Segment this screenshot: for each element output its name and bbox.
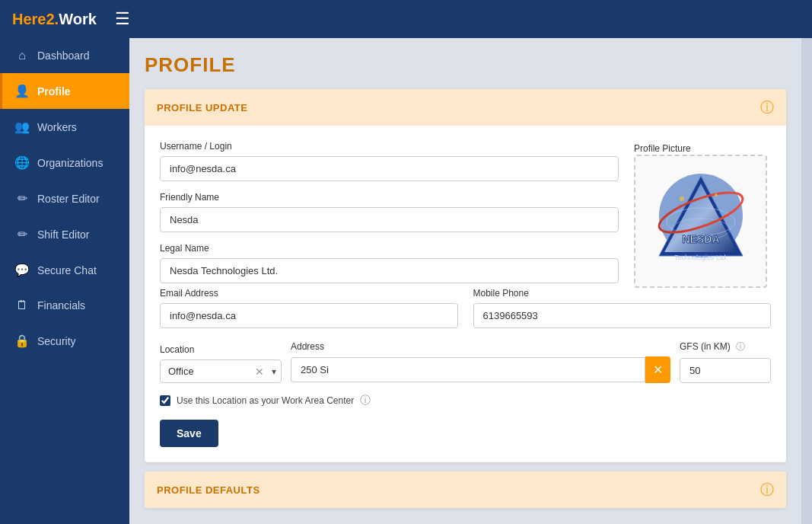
location-label: Location <box>160 344 282 355</box>
profile-fields: Username / Login Friendly Name Legal Nam… <box>160 141 619 288</box>
work-area-checkbox[interactable] <box>160 395 170 406</box>
username-input[interactable] <box>160 156 619 181</box>
work-area-label: Use this Location as your Work Area Cent… <box>177 395 354 406</box>
workers-icon: 👥 <box>14 120 30 134</box>
email-input[interactable] <box>160 303 458 328</box>
security-icon: 🔒 <box>14 334 30 348</box>
mobile-field-group: Mobile Phone <box>473 288 772 328</box>
mobile-input[interactable] <box>473 303 772 328</box>
save-button[interactable]: Save <box>160 420 218 447</box>
location-select[interactable]: Office <box>161 360 252 382</box>
sidebar-item-profile[interactable]: 👤 Profile <box>0 73 129 109</box>
location-address-row: Location Office ✕ ▾ Address <box>160 340 771 383</box>
friendly-name-input[interactable] <box>160 207 619 232</box>
svg-point-7 <box>715 193 718 196</box>
profile-defaults-title: PROFILE DEFAULTS <box>157 484 260 496</box>
profile-defaults-header: PROFILE DEFAULTS ⓘ <box>145 471 786 508</box>
profile-update-header: PROFILE UPDATE ⓘ <box>145 89 786 126</box>
top-nav: Here2.Work ☰ <box>0 0 812 38</box>
address-label: Address <box>291 341 670 352</box>
email-field-group: Email Address <box>160 288 458 328</box>
sidebar-item-financials[interactable]: 🗒 Financials <box>0 288 129 323</box>
legal-name-label: Legal Name <box>160 243 619 254</box>
friendly-name-field-group: Friendly Name <box>160 192 619 232</box>
svg-text:NESDA: NESDA <box>682 233 719 245</box>
friendly-name-label: Friendly Name <box>160 192 619 203</box>
sidebar-item-security[interactable]: 🔒 Security <box>0 323 129 359</box>
page-title: PROFILE <box>145 53 786 77</box>
brand-logo: Here2.Work <box>12 11 97 28</box>
main-content: PROFILE PROFILE UPDATE ⓘ Username / Logi… <box>129 38 801 524</box>
hamburger-icon[interactable]: ☰ <box>115 9 130 29</box>
gfs-input[interactable] <box>680 358 771 383</box>
layout: ⌂ Dashboard 👤 Profile 👥 Workers 🌐 Organi… <box>0 38 812 524</box>
location-field-group: Location Office ✕ ▾ <box>160 344 282 383</box>
profile-update-card: PROFILE UPDATE ⓘ Username / Login <box>145 89 786 462</box>
username-label: Username / Login <box>160 141 619 152</box>
profile-picture-image: NESDA Technologies Ltd. <box>640 161 762 283</box>
sidebar-item-shift-editor[interactable]: ✏ Shift Editor <box>0 216 129 252</box>
chevron-down-icon: ▾ <box>267 366 281 377</box>
financials-icon: 🗒 <box>14 299 30 312</box>
gfs-field-group: GFS (in KM) ⓘ <box>680 340 771 383</box>
svg-point-6 <box>680 196 684 201</box>
profile-defaults-card: PROFILE DEFAULTS ⓘ <box>145 471 786 508</box>
help-icon[interactable]: ⓘ <box>760 98 774 117</box>
chat-icon: 💬 <box>14 263 30 277</box>
email-label: Email Address <box>160 288 458 299</box>
roster-icon: ✏ <box>14 191 30 206</box>
gfs-label: GFS (in KM) ⓘ <box>680 340 771 353</box>
shift-icon: ✏ <box>14 227 30 241</box>
location-clear-icon[interactable]: ✕ <box>252 366 267 378</box>
profile-update-title: PROFILE UPDATE <box>157 102 247 113</box>
gfs-help-icon[interactable]: ⓘ <box>736 341 745 352</box>
organizations-icon: 🌐 <box>14 155 30 170</box>
email-mobile-row: Email Address Mobile Phone <box>160 288 771 328</box>
profile-picture-area: Profile Picture <box>634 141 771 288</box>
work-area-checkbox-row: Use this Location as your Work Area Cent… <box>160 394 771 407</box>
profile-icon: 👤 <box>14 84 30 98</box>
profile-picture-label: Profile Picture <box>634 143 691 154</box>
address-clear-button[interactable]: ✕ <box>645 356 670 383</box>
legal-name-input[interactable] <box>160 258 619 283</box>
location-select-wrap: Office ✕ ▾ <box>160 359 282 383</box>
profile-pic-box[interactable]: NESDA Technologies Ltd. <box>634 155 767 288</box>
sidebar-item-secure-chat[interactable]: 💬 Secure Chat <box>0 252 129 288</box>
sidebar-item-dashboard[interactable]: ⌂ Dashboard <box>0 38 129 73</box>
profile-update-body: Username / Login Friendly Name Legal Nam… <box>145 126 786 462</box>
sidebar-item-roster-editor[interactable]: ✏ Roster Editor <box>0 181 129 216</box>
svg-text:Technologies Ltd.: Technologies Ltd. <box>673 254 727 261</box>
sidebar-item-organizations[interactable]: 🌐 Organizations <box>0 145 129 181</box>
address-input-wrap: ✕ <box>291 356 670 383</box>
work-area-info-icon[interactable]: ⓘ <box>360 394 371 407</box>
sidebar-item-workers[interactable]: 👥 Workers <box>0 109 129 145</box>
username-field-group: Username / Login <box>160 141 619 181</box>
profile-main-row: Username / Login Friendly Name Legal Nam… <box>160 141 771 288</box>
right-panel <box>801 38 812 524</box>
sidebar: ⌂ Dashboard 👤 Profile 👥 Workers 🌐 Organi… <box>0 38 129 524</box>
address-field-group: Address ✕ <box>291 341 670 383</box>
home-icon: ⌂ <box>14 49 30 62</box>
address-input[interactable] <box>291 357 645 382</box>
profile-defaults-help-icon[interactable]: ⓘ <box>760 481 774 499</box>
legal-name-field-group: Legal Name <box>160 243 619 283</box>
mobile-label: Mobile Phone <box>473 288 772 299</box>
